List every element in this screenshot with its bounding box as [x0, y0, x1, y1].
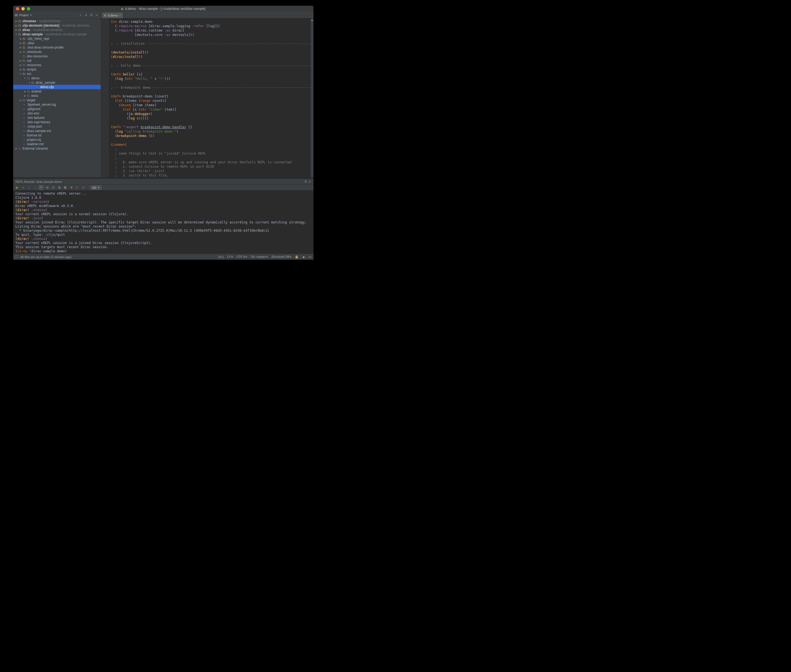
sidebar-header: ▤ Project ▼ ⌖ ⇊ ⚙ ⇤ [13, 12, 101, 18]
project-sidebar: ▤ Project ▼ ⌖ ⇊ ⚙ ⇤ ▶🗀chromex~/code/chro… [13, 12, 101, 178]
tree-row[interactable]: 🗀dev-resources [13, 54, 101, 58]
tree-row[interactable]: ▶🗀scripts [13, 67, 101, 72]
rerun-icon[interactable]: ● [21, 185, 25, 190]
tree-row[interactable]: ▶🗀out [13, 58, 101, 63]
tree-row[interactable]: ▫readme.md [13, 142, 101, 146]
chevron-right-icon[interactable]: ▶ [24, 89, 26, 94]
tree-row[interactable]: ▫.figwheel_server.log [13, 102, 101, 107]
chevron-down-icon[interactable]: ▼ [19, 72, 22, 76]
memory-indicator[interactable]: ▭ [308, 255, 311, 259]
tree-row[interactable]: ▼🗀src [13, 72, 101, 76]
tree-row[interactable]: ▼🗀dirac_sample [13, 80, 101, 85]
sidebar-view-dropdown[interactable]: ▼ [30, 14, 32, 16]
tree-row[interactable]: ▶🗀shared [13, 89, 101, 94]
project-tree[interactable]: ▶🗀chromex~/code/chromex▶🗀cljs-devtools [… [13, 18, 101, 178]
cursor-position[interactable]: 20:1 [218, 255, 224, 259]
folder-icon: 🗀 [22, 98, 26, 102]
chevron-right-icon[interactable]: ▶ [19, 98, 22, 102]
folder-icon: 🗀 [18, 23, 22, 28]
tree-row[interactable]: ▶🗀.test-dirac-chrome-profile [13, 45, 101, 50]
down-arrow-icon[interactable]: ↓ [33, 185, 37, 190]
clear-icon[interactable]: 🗑 [63, 185, 67, 190]
tree-row[interactable]: ▶🗀chromex~/code/chromex [13, 19, 101, 23]
code-editor[interactable]: (ns dirac-sample.demo (:require-macros [… [101, 18, 313, 178]
sidebar-title[interactable]: Project [19, 13, 29, 17]
chevron-right-icon[interactable]: ▶ [19, 58, 22, 63]
tree-row[interactable]: ▶🗀.idea [13, 41, 101, 45]
settings-gear-icon[interactable]: ⚙ [89, 13, 94, 17]
chevron-right-icon[interactable]: ▶ [19, 45, 22, 50]
git-branch[interactable]: Git: master≑ [251, 255, 268, 259]
hector-icon[interactable]: ☻ [302, 255, 305, 259]
lock-icon[interactable]: 🔒 [295, 255, 299, 259]
settings-gear-icon[interactable]: ⚙ [304, 180, 307, 183]
tree-row[interactable]: ▶🗀dirac~/code/dirac-ws/dirac [13, 28, 101, 32]
folder-icon: 🗀 [22, 54, 26, 58]
history-icon[interactable]: ⟳ [39, 185, 43, 190]
chevron-right-icon[interactable]: ▶ [19, 50, 22, 54]
folder-open-icon: 🗀 [26, 76, 31, 80]
window-title: ◐d.demo - dirac-sample - [~/code/dirac-w… [13, 7, 313, 11]
stop-icon[interactable]: ■ [69, 185, 74, 190]
tree-row[interactable]: ▫.gitignore [13, 107, 101, 111]
tree-row[interactable]: ▶⫿External Libraries [13, 146, 101, 151]
tree-row[interactable]: ▫.lein-repl-history [13, 120, 101, 124]
chevron-right-icon[interactable]: ▶ [24, 94, 26, 98]
close-icon[interactable]: × [119, 14, 121, 17]
scroll-from-source-icon[interactable]: ⌖ [78, 13, 83, 17]
chevron-right-icon[interactable]: ▶ [15, 146, 18, 151]
structural-editing[interactable]: Structural Off≑ [272, 255, 292, 259]
tree-item-label: checkouts [27, 50, 42, 54]
repl-output[interactable]: Connecting to remote nREPL server... Clo… [13, 190, 313, 254]
file-encoding[interactable]: UTF-8≑ [237, 255, 248, 259]
tree-row[interactable]: ▼🗀demo [13, 76, 101, 80]
tree-row[interactable]: ▼🗀dirac-sample~/code/dirac-ws/dirac-samp… [13, 32, 101, 37]
chevron-right-icon[interactable]: ▶ [19, 63, 22, 67]
folder-icon: 🗀 [22, 63, 26, 67]
folder-icon: 🗀 [26, 94, 31, 98]
tree-row[interactable]: ▫.lein-failures [13, 115, 101, 120]
repl-lang-selector[interactable]: cljs ▼ [90, 185, 102, 190]
file-icon: ▫ [22, 124, 26, 129]
folder-icon: 🗀 [22, 37, 26, 41]
tree-row[interactable]: ▫dirac-sample.iml [13, 129, 101, 133]
editor-tab[interactable]: ◐ d.demo × [102, 12, 123, 18]
project-icon: ▤ [15, 13, 18, 17]
chevron-down-icon: ▼ [97, 186, 100, 189]
chevron-right-icon[interactable]: ▶ [19, 41, 22, 45]
up-arrow-icon[interactable]: ↑ [27, 185, 31, 190]
bug-icon[interactable]: ⧉ [45, 185, 50, 190]
chevron-right-icon[interactable]: ▶ [15, 23, 18, 28]
tree-row[interactable]: ▫demo.cljs [13, 85, 101, 89]
tree-row[interactable]: ▫.nrepl-port [13, 124, 101, 129]
tree-item-label: cljs-devtools [devtools] [22, 23, 59, 28]
chevron-right-icon[interactable]: ▶ [19, 37, 22, 41]
tree-row[interactable]: ▫project.clj [13, 138, 101, 142]
chevron-right-icon[interactable]: ▶ [15, 19, 18, 23]
tree-row[interactable]: ▶🗀target [13, 98, 101, 102]
play-icon[interactable]: ▶ [15, 185, 19, 190]
repl-header: REPL Remote: dirac-sample.demo ⚙ ⇤ [13, 178, 313, 184]
folder-icon: 🗀 [18, 19, 22, 23]
chevron-right-icon[interactable]: ▶ [15, 28, 18, 32]
tree-row[interactable]: ▫license.txt [13, 133, 101, 138]
tree-row[interactable]: ▶🗀cljs-devtools [devtools]~/code/cljs-de… [13, 23, 101, 28]
chevron-right-icon[interactable]: ▶ [19, 67, 22, 72]
tree-row[interactable]: ▶🗀tests [13, 94, 101, 98]
tree-row[interactable]: ▶🗀checkouts [13, 50, 101, 54]
collapse-all-icon[interactable]: ⇊ [84, 13, 88, 17]
chevron-down-icon[interactable]: ▼ [24, 76, 26, 80]
tree-row[interactable]: ▶🗀.cljs_rhino_repl [13, 37, 101, 41]
copy-icon[interactable]: ⧉ [57, 185, 61, 190]
hide-panel-icon[interactable]: ⇤ [309, 180, 311, 183]
hide-panel-icon[interactable]: ⇤ [95, 13, 99, 17]
close-icon[interactable]: ✕ [81, 185, 86, 190]
tree-item-label: .test-dirac-chrome-profile [27, 45, 63, 50]
print-icon[interactable]: ⎙ [51, 185, 56, 190]
chevron-down-icon[interactable]: ▼ [15, 32, 18, 37]
tree-row[interactable]: ▫.lein-env [13, 111, 101, 115]
chevron-down-icon[interactable]: ▼ [28, 80, 31, 85]
line-separator[interactable]: LF≑ [227, 255, 233, 259]
tree-row[interactable]: ▶🗀resources [13, 63, 101, 67]
interrupt-icon[interactable]: ☾ [75, 185, 80, 190]
